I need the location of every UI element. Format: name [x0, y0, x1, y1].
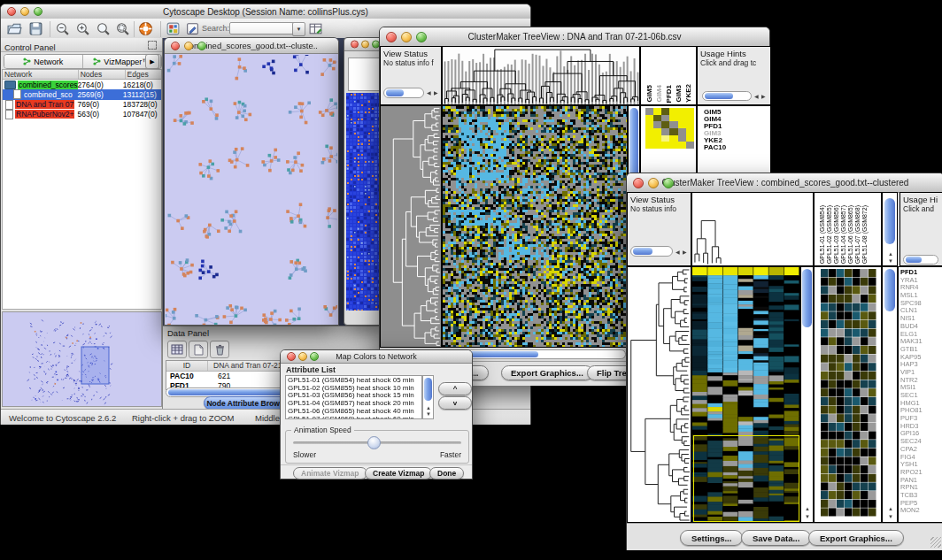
minimize-button[interactable] [298, 352, 307, 361]
dialog-action-button[interactable]: Done [429, 467, 464, 479]
new-attribute-icon[interactable] [189, 341, 208, 358]
close-button[interactable] [287, 352, 296, 361]
attribute-list[interactable]: GPL51-01 (GSM854) heat shock 05 minGPL51… [285, 375, 422, 419]
minimize-button[interactable] [20, 7, 29, 16]
tv2-heatmap[interactable] [692, 267, 799, 522]
tv2-row-dendrogram[interactable] [628, 267, 691, 522]
table-browser-icon[interactable] [167, 341, 187, 358]
zoom-button[interactable] [197, 42, 206, 50]
treeview2-titlebar[interactable]: ClusterMaker TreeView : combined_scores_… [627, 173, 942, 193]
scroll-thumb[interactable] [386, 89, 404, 96]
float-panel-icon[interactable] [148, 41, 157, 50]
tv1-heatmap[interactable] [443, 106, 627, 347]
attribute-list-item[interactable]: GPL51-07 (GSM868) heat shock 60 min [288, 416, 420, 419]
attribute-browser-icon[interactable] [308, 21, 323, 36]
network-canvas[interactable] [166, 55, 337, 325]
main-titlebar[interactable]: Cytoscape Desktop (Session Name: collins… [1, 4, 530, 19]
close-button[interactable] [7, 7, 16, 16]
zoom-button[interactable] [663, 178, 674, 188]
resize-grip[interactable] [930, 537, 941, 548]
scroll-thumb[interactable] [802, 269, 812, 327]
network-overview-panel[interactable] [2, 311, 162, 407]
zoom-button[interactable] [416, 32, 427, 42]
control-panel-tab[interactable]: Network [4, 55, 83, 68]
scroll-down-arrow[interactable]: ▼ [888, 514, 893, 519]
scroll-thumb[interactable] [629, 108, 638, 179]
search-input[interactable] [229, 22, 295, 35]
scroll-left-arrow[interactable]: ◀ [676, 249, 680, 255]
tv2-heatmap-vscrollbar[interactable]: ▲ ▼ [800, 266, 814, 523]
network-view-titlebar[interactable]: combined_scores_good.txt--cluste... [165, 38, 338, 54]
close-button[interactable] [171, 42, 180, 50]
tv2-hints-scrollbar[interactable] [903, 255, 938, 265]
dialog-action-button[interactable]: Create Vizmap [365, 467, 432, 479]
minimize-button[interactable] [648, 178, 659, 188]
delete-attribute-icon[interactable] [210, 341, 229, 358]
zoom-out-icon[interactable] [55, 21, 70, 36]
close-button[interactable] [633, 178, 644, 188]
scroll-thumb[interactable] [705, 93, 733, 99]
annotation-icon[interactable] [185, 21, 200, 36]
scroll-up-arrow[interactable]: ▲ [805, 506, 810, 511]
tv2-action-button[interactable]: Export Graphics... [808, 530, 904, 546]
tv2-column-dendrogram[interactable] [692, 193, 722, 265]
scroll-right-arrow[interactable]: ▶ [761, 94, 766, 99]
search-dropdown-button[interactable]: ▼ [292, 22, 305, 36]
network-list-row[interactable]: combined_scores 2764(0) 16218(0) [3, 80, 161, 89]
network-list-row[interactable]: combined_sco 2569(6) 13112(15) [3, 89, 161, 99]
tv2-labels-vscrollbar[interactable]: ▲ ▼ [882, 192, 898, 266]
tv1-row-dendrogram[interactable] [381, 106, 441, 347]
tv1-hints-scrollbar[interactable] [702, 91, 752, 101]
tv2-status-scrollbar[interactable] [630, 246, 673, 257]
attribute-list-vscrollbar[interactable]: ▲ ▼ [422, 375, 434, 419]
scroll-right-arrow[interactable]: ▶ [434, 90, 438, 96]
dialog-action-button[interactable]: Animate Vizmap [293, 467, 367, 479]
tv1-column-dendrogram[interactable] [443, 47, 639, 104]
scroll-thumb[interactable] [633, 248, 652, 255]
move-up-button[interactable]: ^ [438, 382, 472, 395]
scroll-left-arrow[interactable]: ◀ [754, 94, 759, 99]
scroll-down-arrow[interactable]: ▼ [426, 411, 431, 417]
scroll-up-arrow[interactable]: ▲ [888, 251, 893, 257]
zoom-button[interactable] [310, 352, 319, 361]
close-button[interactable] [351, 41, 359, 49]
scroll-thumb[interactable] [906, 257, 922, 263]
scroll-thumb[interactable] [884, 198, 895, 244]
minimize-button[interactable] [401, 32, 412, 42]
scroll-up-arrow[interactable]: ▲ [426, 405, 431, 410]
scroll-up-arrow[interactable]: ▲ [888, 506, 893, 511]
scroll-left-arrow[interactable]: ◀ [427, 90, 431, 96]
tv1-status-scrollbar[interactable] [383, 88, 424, 98]
tv1-detail-matrix[interactable] [645, 108, 694, 149]
zoom-selected-icon[interactable] [96, 21, 111, 36]
tv2-detail-vscrollbar[interactable]: ▲ ▼ [882, 266, 898, 523]
tab-overflow-button[interactable]: ▶ [145, 54, 159, 69]
dialog-titlebar[interactable]: Map Colors to Network [281, 350, 472, 364]
scroll-thumb[interactable] [884, 269, 895, 311]
scroll-thumb[interactable] [424, 378, 432, 401]
tv2-action-button[interactable]: Settings... [680, 530, 743, 546]
tv1-action-button[interactable]: Export Graphics... [501, 365, 593, 380]
minimize-button[interactable] [184, 42, 193, 50]
scroll-down-arrow[interactable]: ▼ [805, 514, 810, 519]
slider-thumb[interactable] [367, 436, 381, 449]
open-folder-icon[interactable] [7, 21, 22, 36]
minimize-button[interactable] [361, 41, 369, 49]
zoom-in-icon[interactable] [75, 21, 90, 36]
tv2-action-button[interactable]: Save Data... [741, 530, 811, 546]
treeview1-titlebar[interactable]: ClusterMaker TreeView : DNA and Tran 07-… [380, 27, 769, 47]
tv2-detail-heatmap[interactable] [821, 269, 876, 517]
close-button[interactable] [386, 32, 397, 42]
vizmap-grid-icon[interactable] [166, 21, 181, 36]
network-list-row[interactable]: DNA and Tran 07 769(0) 183728(0) [3, 100, 161, 110]
zoom-button[interactable] [34, 7, 42, 16]
scroll-right-arrow[interactable]: ▶ [683, 249, 687, 255]
scroll-down-arrow[interactable]: ▼ [888, 258, 893, 264]
node-attribute-browser-button[interactable]: Node Attribute Brows [204, 396, 287, 410]
network-overview-canvas[interactable] [3, 312, 161, 406]
zoom-fit-icon[interactable] [115, 21, 130, 36]
network-list-row[interactable]: RNAPuberNov2+ 563(0) 107847(0) [3, 110, 161, 119]
save-icon[interactable] [28, 21, 43, 36]
move-down-button[interactable]: v [438, 396, 472, 410]
help-lifesaver-icon[interactable] [138, 21, 153, 36]
